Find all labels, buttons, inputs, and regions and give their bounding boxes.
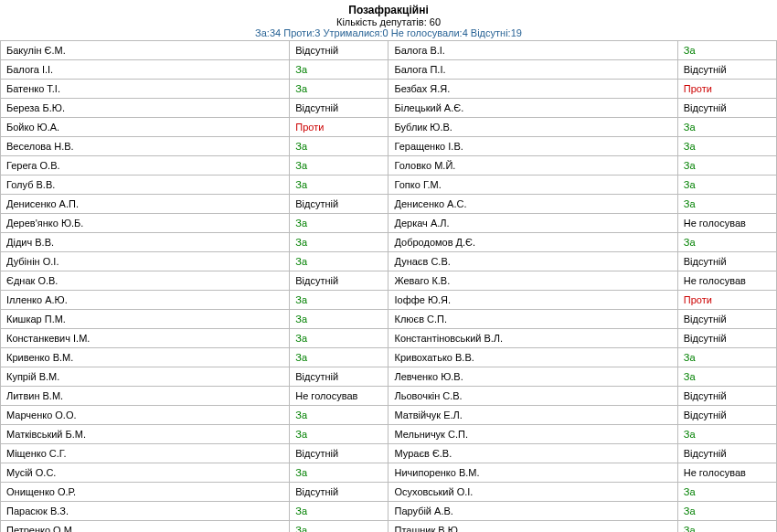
deputy-name: Клюєв С.П. bbox=[388, 310, 677, 329]
deputy-name: Безбах Я.Я. bbox=[388, 80, 677, 99]
deputy-name: Мельничук С.П. bbox=[388, 425, 677, 444]
vote-value: За bbox=[290, 156, 388, 176]
summary-absent[interactable]: Відсутні:19 bbox=[471, 27, 522, 38]
deputy-name: Добродомов Д.Є. bbox=[388, 233, 677, 252]
deputy-name: Купрій В.М. bbox=[1, 367, 290, 387]
vote-value: За bbox=[677, 156, 776, 176]
vote-value: За bbox=[290, 329, 388, 348]
deputy-name: Батенко Т.І. bbox=[1, 80, 290, 99]
vote-value: За bbox=[290, 463, 388, 483]
vote-value: За bbox=[290, 60, 388, 80]
vote-table: Бакулін Є.М.ВідсутнійБалога В.І.ЗаБалога… bbox=[0, 40, 777, 532]
table-row: Парасюк В.З.ЗаПарубій А.В.За bbox=[1, 502, 777, 521]
vote-value: Відсутній bbox=[290, 483, 388, 502]
vote-value: За bbox=[677, 176, 776, 195]
deputy-name: Герега О.В. bbox=[1, 156, 290, 176]
table-row: Дубінін О.І.ЗаДунаєв С.В.Відсутній bbox=[1, 252, 777, 271]
table-row: Онищенко О.Р.ВідсутнійОсуховський О.І.За bbox=[1, 483, 777, 502]
deputy-count: Кількість депутатів: 60 bbox=[0, 16, 777, 27]
table-row: Батенко Т.І.ЗаБезбах Я.Я.Проти bbox=[1, 80, 777, 99]
deputy-name: Петренко О.М. bbox=[1, 521, 290, 533]
table-row: Кривенко В.М.ЗаКривохатько В.В.За bbox=[1, 348, 777, 367]
table-row: Дерев'янко Ю.Б.ЗаДеркач А.Л.Не голосував bbox=[1, 214, 777, 233]
summary-novote[interactable]: Не голосували:4 bbox=[391, 27, 468, 38]
deputy-name: Осуховський О.І. bbox=[388, 483, 677, 502]
deputy-name: Дубінін О.І. bbox=[1, 252, 290, 271]
deputy-name: Бойко Ю.А. bbox=[1, 118, 290, 137]
vote-value: За bbox=[290, 406, 388, 425]
table-row: Міщенко С.Г.ВідсутнійМураєв Є.В.Відсутні… bbox=[1, 444, 777, 463]
table-row: Береза Б.Ю.ВідсутнійБілецький А.Є.Відсут… bbox=[1, 99, 777, 118]
vote-value: Відсутній bbox=[677, 444, 776, 463]
deputy-name: Онищенко О.Р. bbox=[1, 483, 290, 502]
table-row: Петренко О.М.ЗаПташник В.Ю.За bbox=[1, 521, 777, 533]
deputy-name: Береза Б.Ю. bbox=[1, 99, 290, 118]
deputy-name: Іоффе Ю.Я. bbox=[388, 291, 677, 310]
vote-value: За bbox=[290, 425, 388, 444]
table-row: Бакулін Є.М.ВідсутнійБалога В.І.За bbox=[1, 41, 777, 60]
deputy-name: Матківський Б.М. bbox=[1, 425, 290, 444]
table-row: Литвин В.М.Не голосувавЛьовочкін С.В.Від… bbox=[1, 387, 777, 406]
vote-value: За bbox=[677, 483, 776, 502]
vote-value: Відсутній bbox=[290, 195, 388, 214]
vote-value: За bbox=[677, 521, 776, 533]
table-row: Кишкар П.М.ЗаКлюєв С.П.Відсутній bbox=[1, 310, 777, 329]
table-row: Голуб В.В.ЗаГопко Г.М.За bbox=[1, 176, 777, 195]
vote-value: За bbox=[290, 291, 388, 310]
vote-value: За bbox=[290, 348, 388, 367]
deputy-name: Геращенко І.В. bbox=[388, 137, 677, 156]
deputy-name: Дунаєв С.В. bbox=[388, 252, 677, 271]
vote-value: За bbox=[677, 425, 776, 444]
deputy-name: Ничипоренко В.М. bbox=[388, 463, 677, 483]
vote-value: За bbox=[290, 310, 388, 329]
vote-value: За bbox=[290, 176, 388, 195]
header: Позафракційні Кількість депутатів: 60 За… bbox=[0, 0, 777, 40]
vote-value: За bbox=[677, 367, 776, 387]
deputy-name: Голуб В.В. bbox=[1, 176, 290, 195]
deputy-name: Балога П.І. bbox=[388, 60, 677, 80]
table-row: Герега О.В.ЗаГоловко М.Й.За bbox=[1, 156, 777, 176]
vote-value: Відсутній bbox=[677, 387, 776, 406]
deputy-name: Денисенко А.С. bbox=[388, 195, 677, 214]
deputy-name: Констанкевич І.М. bbox=[1, 329, 290, 348]
vote-value: За bbox=[290, 502, 388, 521]
deputy-name: Марченко О.О. bbox=[1, 406, 290, 425]
deputy-name: Бакулін Є.М. bbox=[1, 41, 290, 60]
vote-value: Проти bbox=[290, 118, 388, 137]
faction-title: Позафракційні bbox=[0, 4, 777, 16]
deputy-name: Бублик Ю.В. bbox=[388, 118, 677, 137]
vote-value: За bbox=[677, 348, 776, 367]
deputy-name: Мусій О.С. bbox=[1, 463, 290, 483]
table-row: Балога І.І.ЗаБалога П.І.Відсутній bbox=[1, 60, 777, 80]
table-row: Матківський Б.М.ЗаМельничук С.П.За bbox=[1, 425, 777, 444]
table-row: Веселова Н.В.ЗаГеращенко І.В.За bbox=[1, 137, 777, 156]
vote-value: Не голосував bbox=[677, 214, 776, 233]
deputy-name: Дідич В.В. bbox=[1, 233, 290, 252]
vote-value: Відсутній bbox=[290, 99, 388, 118]
summary-abstain[interactable]: Утрималися:0 bbox=[324, 27, 388, 38]
deputy-name: Кривохатько В.В. bbox=[388, 348, 677, 367]
vote-value: Відсутній bbox=[290, 41, 388, 60]
summary-against[interactable]: Проти:3 bbox=[283, 27, 320, 38]
vote-value: Не голосував bbox=[290, 387, 388, 406]
vote-value: За bbox=[677, 118, 776, 137]
vote-value: Проти bbox=[677, 80, 776, 99]
vote-value: За bbox=[677, 502, 776, 521]
deputy-name: Єднак О.В. bbox=[1, 271, 290, 291]
table-row: Купрій В.М.ВідсутнійЛевченко Ю.В.За bbox=[1, 367, 777, 387]
deputy-name: Ілленко А.Ю. bbox=[1, 291, 290, 310]
table-row: Бойко Ю.А.ПротиБублик Ю.В.За bbox=[1, 118, 777, 137]
vote-value: Відсутній bbox=[677, 310, 776, 329]
deputy-name: Кишкар П.М. bbox=[1, 310, 290, 329]
summary-for[interactable]: За:34 bbox=[255, 27, 281, 38]
table-row: Констанкевич І.М.ЗаКонстантіновський В.Л… bbox=[1, 329, 777, 348]
vote-value: Не голосував bbox=[677, 271, 776, 291]
deputy-name: Гопко Г.М. bbox=[388, 176, 677, 195]
vote-value: Відсутній bbox=[677, 99, 776, 118]
deputy-name: Константіновський В.Л. bbox=[388, 329, 677, 348]
vote-value: За bbox=[677, 137, 776, 156]
vote-value: Відсутній bbox=[290, 271, 388, 291]
vote-value: За bbox=[290, 521, 388, 533]
deputy-name: Балога В.І. bbox=[388, 41, 677, 60]
deputy-name: Мураєв Є.В. bbox=[388, 444, 677, 463]
